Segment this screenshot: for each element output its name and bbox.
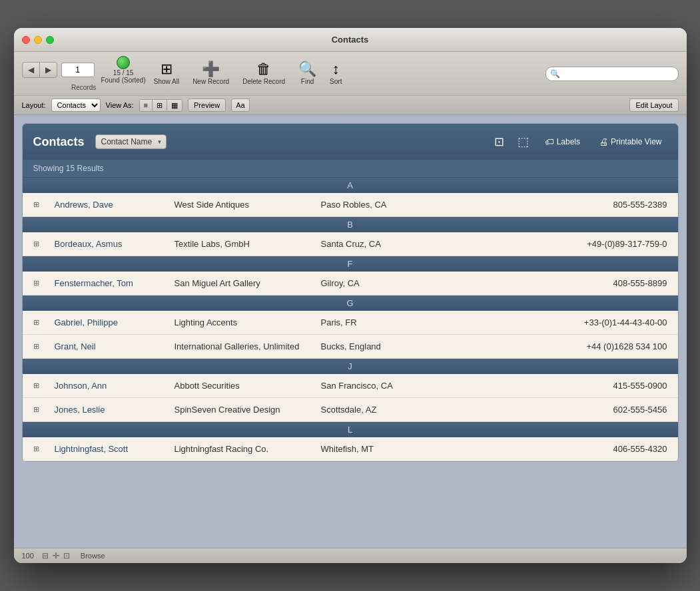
toolbar: ◀ ▶ 15 / 15 Found (Sorted) Records ⊞ Sho… — [14, 52, 687, 96]
show-all-label: Show All — [154, 78, 179, 85]
labels-label: Labels — [557, 137, 580, 146]
records-group: ◀ ▶ 15 / 15 Found (Sorted) Records — [22, 56, 146, 91]
phone-number: 602-555-5456 — [613, 405, 667, 415]
location: Paso Robles, CA — [321, 200, 428, 210]
section-header-b: B — [23, 217, 678, 232]
sort-wrapper: Contact Name — [95, 134, 167, 149]
sort-icon: ↕ — [332, 62, 340, 77]
new-record-icon: ➕ — [202, 62, 220, 77]
row-icon: ⊞ — [33, 279, 47, 288]
show-all-button[interactable]: ⊞ Show All — [149, 61, 184, 87]
layout-select[interactable]: Contacts — [51, 98, 101, 112]
row-icon: ⊞ — [33, 405, 47, 414]
table-content: A ⊞ Andrews, Dave West Side Antiques Pas… — [23, 178, 678, 461]
record-number-input[interactable] — [61, 63, 95, 77]
find-icon: 🔍 — [298, 62, 316, 77]
company-name: West Side Antiques — [175, 200, 321, 210]
row-icon: ⊞ — [33, 318, 47, 327]
nav-back-button[interactable]: ◀ — [23, 63, 40, 77]
printable-view-icon: 🖨 — [599, 136, 608, 147]
table-row[interactable]: ⊞ Grant, Neil International Galleries, U… — [23, 335, 678, 359]
nav-forward-button[interactable]: ▶ — [40, 63, 57, 77]
company-name: SpinSeven Creative Design — [175, 405, 321, 415]
section-header-l: L — [23, 422, 678, 437]
location: Paris, FR — [321, 317, 428, 327]
row-icon: ⊞ — [33, 381, 47, 390]
contact-name: Bordeaux, Asmus — [55, 239, 175, 249]
layout-label: Layout: — [22, 101, 46, 109]
contact-name: Fenstermacher, Tom — [55, 278, 175, 288]
contact-name: Jones, Leslie — [55, 405, 175, 415]
sort-dropdown[interactable]: Contact Name — [95, 134, 167, 149]
phone-number: +44 (0)1628 534 100 — [586, 341, 667, 351]
table-row[interactable]: ⊞ Johnson, Ann Abbott Securities San Fra… — [23, 374, 678, 398]
printable-view-button[interactable]: 🖨 Printable View — [593, 134, 667, 150]
phone-number: 408-555-8899 — [613, 278, 667, 288]
new-record-button[interactable]: ➕ New Record — [187, 61, 234, 87]
table-row[interactable]: ⊞ Gabriel, Philippe Lighting Accents Par… — [23, 311, 678, 335]
location: San Francisco, CA — [321, 381, 428, 391]
traffic-lights — [22, 36, 54, 44]
delete-record-button[interactable]: 🗑 Delete Record — [237, 61, 290, 87]
find-button[interactable]: 🔍 Find — [293, 61, 322, 87]
delete-record-icon: 🗑 — [256, 62, 271, 77]
find-label: Find — [301, 78, 314, 85]
status-bar: 100 ⊟ ✛ ⊡ Browse — [14, 548, 687, 563]
layout-bar: Layout: Contacts View As: ≡ ⊞ ▦ Preview … — [14, 96, 687, 115]
company-name: International Galleries, Unlimited — [175, 341, 321, 351]
record-count-line1: 15 / 15 — [113, 69, 134, 77]
table-row[interactable]: ⊞ Andrews, Dave West Side Antiques Paso … — [23, 193, 678, 217]
company-name: San Miguel Art Gallery — [175, 278, 321, 288]
view-table-button[interactable]: ⊞ — [153, 100, 167, 111]
table-row[interactable]: ⊞ Lightningfast, Scott Lightningfast Rac… — [23, 437, 678, 461]
panel-title: Contacts — [33, 135, 85, 149]
location: Whitefish, MT — [321, 444, 428, 454]
title-bar: Contacts — [14, 28, 687, 52]
records-row: ◀ ▶ 15 / 15 Found (Sorted) — [22, 56, 146, 84]
results-text: Showing 15 Results — [33, 164, 104, 173]
status-indicator — [117, 56, 130, 69]
sort-button[interactable]: ↕ Sort — [324, 61, 347, 87]
phone-number: 805-555-2389 — [613, 200, 667, 210]
phone-number: 406-555-4320 — [613, 444, 667, 454]
labels-icon: 🏷 — [545, 136, 554, 147]
show-all-icon: ⊞ — [161, 62, 173, 77]
font-button[interactable]: Aa — [231, 98, 249, 112]
table-row[interactable]: ⊞ Bordeaux, Asmus Textile Labs, GmbH San… — [23, 232, 678, 256]
table-row[interactable]: ⊞ Fenstermacher, Tom San Miguel Art Gall… — [23, 272, 678, 296]
company-name: Lightningfast Racing Co. — [175, 444, 321, 454]
content-area: Contacts Contact Name ⊡ ⬚ 🏷 Labels 🖨 — [14, 115, 687, 548]
record-count-line2: Found (Sorted) — [101, 77, 146, 84]
record-status: 15 / 15 Found (Sorted) — [101, 56, 146, 84]
view-list-button[interactable]: ≡ — [140, 100, 153, 111]
search-input[interactable] — [545, 67, 679, 81]
row-icon: ⊞ — [33, 240, 47, 248]
window-title: Contacts — [332, 35, 369, 45]
main-window: Contacts ◀ ▶ 15 / 15 Found (Sorted) Reco… — [14, 28, 687, 563]
table-row[interactable]: ⊞ Jones, Leslie SpinSeven Creative Desig… — [23, 398, 678, 422]
panel-header: Contacts Contact Name ⊡ ⬚ 🏷 Labels 🖨 — [23, 124, 678, 160]
maximize-button[interactable] — [46, 36, 54, 44]
location: Santa Cruz, CA — [321, 239, 428, 249]
phone-number: +49-(0)89-317-759-0 — [587, 239, 667, 249]
minimize-button[interactable] — [34, 36, 42, 44]
labels-button[interactable]: 🏷 Labels — [539, 134, 585, 150]
panel-actions: ⊡ ⬚ 🏷 Labels 🖨 Printable View — [492, 132, 667, 152]
location: Bucks, England — [321, 341, 428, 351]
status-icon-1[interactable]: ⊟ — [42, 551, 49, 560]
panel-icon-btn-1[interactable]: ⊡ — [492, 132, 507, 152]
section-header-a: A — [23, 178, 678, 193]
status-icon-2[interactable]: ✛ — [53, 551, 59, 560]
edit-layout-button[interactable]: Edit Layout — [629, 98, 678, 112]
contact-name: Johnson, Ann — [55, 381, 175, 391]
panel-icon-btn-2[interactable]: ⬚ — [515, 132, 531, 152]
preview-button[interactable]: Preview — [188, 98, 226, 112]
contacts-panel: Contacts Contact Name ⊡ ⬚ 🏷 Labels 🖨 — [22, 123, 679, 462]
status-icons: ⊟ ✛ ⊡ — [42, 551, 70, 560]
status-icon-3[interactable]: ⊡ — [63, 551, 70, 560]
records-label: Records — [71, 84, 96, 91]
view-grid-button[interactable]: ▦ — [167, 100, 182, 111]
view-as-label: View As: — [106, 101, 134, 109]
section-header-g: G — [23, 296, 678, 311]
close-button[interactable] — [22, 36, 30, 44]
